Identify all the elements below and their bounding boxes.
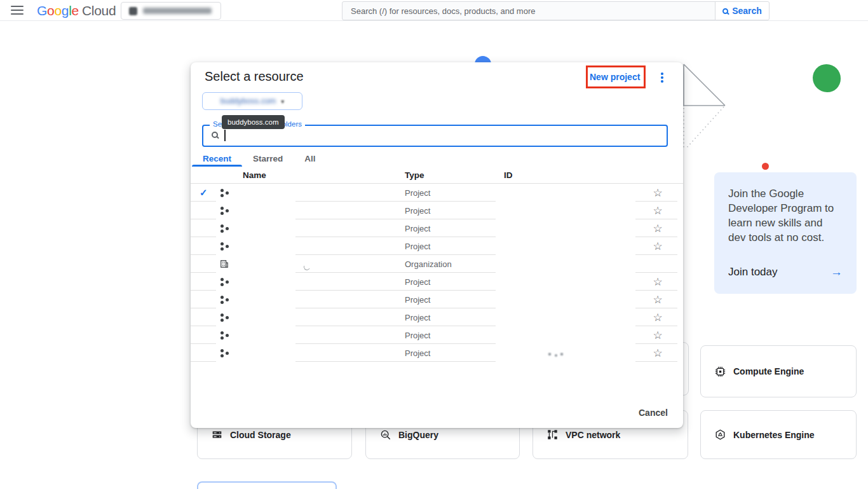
type-cell: Organization [405,259,504,269]
table-row[interactable]: Project ☆ [191,273,683,291]
dialog-tabs: Recent Starred All [192,150,327,167]
service-card-label: Kubernetes Engine [733,430,815,440]
dialog-title: Select a resource [205,69,304,84]
new-project-button[interactable]: New project [590,72,640,82]
global-search-bar: Search [342,1,770,20]
join-today-label: Join today [728,266,778,279]
menu-icon[interactable] [11,6,24,15]
cutoff-outlined-button[interactable] [197,481,337,489]
organization-dropdown-label: buddyboss.com [220,97,276,106]
type-cell: Project [405,295,504,305]
project-icon [214,295,235,304]
table-row[interactable]: Project ☆ [191,326,683,344]
project-icon [214,224,235,233]
chevron-down-icon: ▾ [281,98,284,105]
cancel-button[interactable]: Cancel [632,404,674,422]
type-cell: Project [405,348,504,358]
project-icon [214,331,235,340]
table-row[interactable]: Project ☆ [191,308,683,326]
table-row[interactable]: ✓ Project ☆ [191,184,683,202]
organization-dropdown[interactable]: buddyboss.com ▾ [202,92,302,110]
type-cell: Project [405,331,504,340]
type-cell: Project [405,242,504,251]
logo-letter: o [54,3,61,18]
project-icon [129,7,137,15]
join-today-link[interactable]: Join today → [728,265,843,279]
service-card-kubernetes-engine[interactable]: Kubernetes Engine [700,410,857,459]
service-card-label: BigQuery [398,430,438,440]
search-button-label: Search [732,6,762,16]
column-header-type: Type [405,170,504,180]
star-icon[interactable]: ☆ [645,275,670,289]
text-cursor [224,130,226,141]
logo-letter: G [37,3,47,18]
search-icon [212,132,218,138]
developer-program-promo-card: Join the Google Developer Program to lea… [714,172,857,294]
star-icon[interactable]: ☆ [645,240,670,253]
service-card-compute-engine[interactable]: Compute Engine [700,345,857,397]
search-input[interactable] [342,2,715,20]
green-circle-shape [813,64,841,92]
vpc-network-icon [547,429,558,440]
star-icon[interactable]: ☆ [645,204,670,217]
table-header: Name Type ID [191,167,683,184]
service-card-label: Compute Engine [733,366,804,376]
type-cell: Project [405,188,504,198]
project-selector-button[interactable] [121,2,221,20]
logo-letter: o [47,3,54,18]
more-options-icon[interactable] [657,69,667,86]
logo-cloud-text: Cloud [82,3,116,18]
search-icon [722,8,728,14]
tab-starred[interactable]: Starred [242,150,294,167]
cloud-storage-icon [212,429,222,440]
search-button[interactable]: Search [715,2,769,20]
type-cell: Project [405,206,504,216]
star-icon[interactable]: ☆ [645,186,670,200]
redaction-smudge [548,352,564,357]
project-icon [214,242,235,251]
arrow-right-icon: → [831,265,843,279]
star-icon[interactable]: ☆ [645,329,670,342]
promo-text: Join the Google Developer Program to lea… [728,186,843,245]
compute-engine-icon [715,366,726,377]
service-card-label: Cloud Storage [230,430,291,440]
project-icon [214,313,235,322]
type-cell: Project [405,277,504,287]
project-icon [214,277,235,286]
star-icon[interactable]: ☆ [645,293,670,306]
select-resource-dialog: Select a resource New project buddyboss.… [191,62,683,428]
selected-check-icon: ✓ [200,187,214,198]
resource-table: ✓ Project ☆ Project ☆ Project ☆ [191,184,683,362]
redacted-project-name [143,8,212,14]
logo-letter: g [62,3,69,18]
star-icon[interactable]: ☆ [645,347,670,360]
organization-icon [214,259,235,268]
tooltip: buddyboss.com [222,115,285,129]
table-row[interactable]: Project ☆ [191,219,683,237]
tab-recent[interactable]: Recent [192,150,242,167]
table-row[interactable]: Project ☆ [191,344,683,362]
table-row[interactable]: Project ☆ [191,237,683,255]
google-cloud-logo: Google Cloud [37,2,116,20]
logo-letter: e [72,3,79,18]
kubernetes-engine-icon [715,429,726,440]
star-icon[interactable]: ☆ [645,222,670,235]
column-header-id: ID [504,170,645,180]
bigquery-icon [380,429,391,440]
project-icon [214,188,235,197]
top-app-bar: Google Cloud Search [0,0,868,21]
tab-all[interactable]: All [294,150,326,167]
service-card-label: VPC network [566,430,620,440]
star-icon[interactable]: ☆ [645,311,670,324]
column-header-name: Name [243,170,405,180]
red-dot-shape [762,163,769,170]
table-row[interactable]: Project ☆ [191,291,683,308]
project-icon [214,348,235,357]
table-row-organization[interactable]: Organization [191,255,683,273]
project-icon [214,206,235,215]
type-cell: Project [405,224,504,233]
table-row[interactable]: Project ☆ [191,202,683,219]
type-cell: Project [405,313,504,322]
